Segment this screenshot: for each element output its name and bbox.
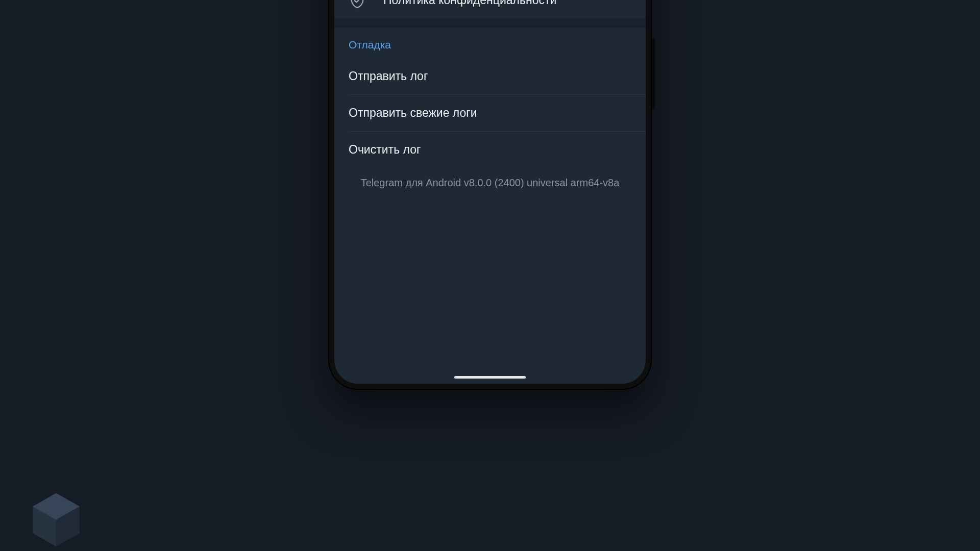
settings-row-send-log[interactable]: Отправить лог bbox=[334, 58, 646, 94]
shield-check-icon bbox=[349, 0, 370, 9]
gesture-bar[interactable] bbox=[454, 376, 526, 379]
phone-side-button bbox=[652, 38, 655, 110]
settings-row-send-fresh-logs[interactable]: Отправить свежие логи bbox=[334, 95, 646, 131]
settings-row-label: Очистить лог bbox=[349, 143, 631, 157]
settings-row-label: Отправить свежие логи bbox=[349, 106, 631, 120]
settings-row-label: Отправить лог bbox=[349, 69, 631, 83]
brand-cube-logo bbox=[28, 490, 84, 551]
app-version-text: Telegram для Android v8.0.0 (2400) unive… bbox=[334, 168, 646, 204]
settings-row-label: Политика конфиденциальности bbox=[383, 0, 631, 7]
phone-screen: Язык Помощь Задать вопрос bbox=[334, 0, 646, 384]
settings-row-privacy-policy[interactable]: Политика конфиденциальности bbox=[334, 0, 646, 18]
settings-row-clear-log[interactable]: Очистить лог bbox=[334, 132, 646, 168]
section-header-debug: Отладка bbox=[334, 28, 646, 58]
section-divider bbox=[334, 18, 646, 28]
phone-frame: Язык Помощь Задать вопрос bbox=[328, 0, 652, 390]
